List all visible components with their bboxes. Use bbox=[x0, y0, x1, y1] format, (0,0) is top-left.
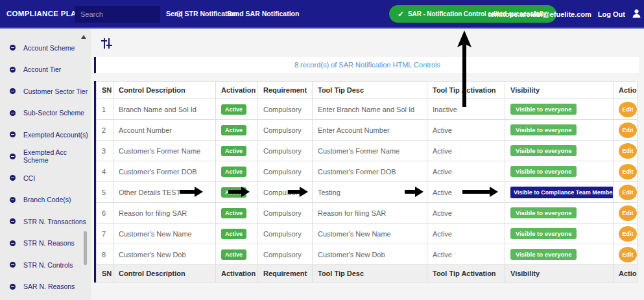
cell-requirement: Compulsory bbox=[258, 224, 313, 244]
table-header-row: SN Control Description Activation Requir… bbox=[97, 82, 638, 99]
table-row: 4 Customer's Former DOB Active Compulsor… bbox=[97, 161, 638, 182]
col-header-sn: SN bbox=[97, 82, 113, 99]
sidebar-item-str-n-transactions[interactable]: STR N. Transactions bbox=[0, 211, 91, 233]
annotation-arrow-up-to-toast bbox=[456, 30, 473, 107]
cell-tool-tip-activation: Active bbox=[427, 141, 505, 161]
table-row: 1 Branch Name and Sol Id Active Compulso… bbox=[97, 99, 638, 120]
cell-tool-tip-desc: Enter Branch Name and Sol Id bbox=[313, 99, 427, 120]
edit-button[interactable]: Edit bbox=[619, 143, 637, 159]
search-box[interactable] bbox=[75, 6, 160, 23]
sidebar-scroll-up-icon[interactable] bbox=[81, 35, 86, 39]
edit-button[interactable]: Edit bbox=[619, 205, 637, 221]
sidebar-item-label: STR N. Controls bbox=[23, 261, 73, 269]
edit-button[interactable]: Edit bbox=[619, 226, 637, 242]
logout-link[interactable]: Log Out bbox=[598, 10, 625, 18]
table-row: 2 Account Number Active Compulsory Enter… bbox=[97, 120, 638, 141]
cell-tool-tip-desc: Customer's New Name bbox=[313, 224, 427, 244]
col-footer-sn: SN bbox=[97, 265, 113, 283]
col-footer-requirement: Requirement bbox=[258, 265, 313, 283]
cell-sn: 1 bbox=[97, 99, 113, 120]
cell-activation: Active bbox=[216, 224, 258, 244]
menu-bullet-icon bbox=[10, 262, 16, 268]
menu-bullet-icon bbox=[10, 45, 16, 51]
col-footer-tool-tip-desc: Tool Tip Desc bbox=[313, 265, 427, 283]
cell-sn: 7 bbox=[97, 224, 113, 244]
menu-bullet-icon bbox=[10, 240, 16, 246]
cell-requirement: Compulsory bbox=[258, 203, 313, 224]
edit-button[interactable]: Edit bbox=[619, 102, 637, 117]
cell-requirement: Compulsory bbox=[258, 244, 313, 265]
cell-activation: Active bbox=[216, 244, 258, 265]
record-count-text: 8 record(s) of SAR Notification HTML Con… bbox=[294, 61, 440, 69]
visibility-badge: Visible to everyone bbox=[510, 207, 577, 218]
edit-button[interactable]: Edit bbox=[619, 122, 637, 138]
sidebar-item-label: Customer Sector Tier bbox=[23, 87, 88, 95]
user-icon[interactable] bbox=[632, 8, 641, 21]
cell-requirement: Compulsory bbox=[258, 161, 313, 182]
cell-tool-tip-activation: Active bbox=[427, 120, 505, 141]
sidebar-item-label: Account Scheme bbox=[23, 44, 75, 52]
sidebar-item-branch-codes[interactable]: Branch Code(s) bbox=[0, 189, 91, 211]
cell-action: Edit bbox=[614, 161, 638, 182]
cell-sn: 2 bbox=[97, 120, 113, 141]
table-footer-header-row: SN Control Description Activation Requir… bbox=[97, 265, 638, 283]
table-row-highlighted: 5 Other Details TEST Active Compulsory T… bbox=[97, 182, 638, 203]
cell-tool-tip-activation: Active bbox=[427, 203, 505, 224]
search-input[interactable] bbox=[75, 10, 175, 18]
cell-visibility: Visible to everyone bbox=[505, 244, 614, 265]
cell-sn: 4 bbox=[97, 161, 113, 182]
check-icon: ✓ bbox=[398, 10, 404, 19]
col-header-requirement: Requirement bbox=[258, 82, 313, 99]
cell-tool-tip-desc: Enter Account Number bbox=[313, 120, 427, 141]
sidebar-item-exempted-accounts[interactable]: Exempted Account(s) bbox=[0, 124, 91, 146]
sidebar-item-exempted-acc-scheme[interactable]: Exempted Acc Scheme bbox=[0, 146, 91, 168]
cell-action: Edit bbox=[614, 141, 638, 161]
activation-badge: Active bbox=[221, 167, 246, 177]
annotation-arrow-right-3 bbox=[288, 187, 308, 197]
cell-visibility: Visible to Compliance Team Members bbox=[505, 182, 614, 203]
sidebar-item-str-n-controls[interactable]: STR N. Controls bbox=[0, 254, 91, 276]
visibility-badge: Visible to Compliance Team Members bbox=[510, 187, 614, 198]
menu-bullet-icon bbox=[10, 175, 16, 181]
sidebar-item-cci[interactable]: CCI bbox=[0, 167, 91, 189]
sidebar-item-label: Exempted Account(s) bbox=[23, 131, 88, 139]
table-row: 7 Customer's New Name Active Compulsory … bbox=[97, 224, 638, 244]
sidebar-item-sar-n-reasons[interactable]: SAR N. Reasons bbox=[0, 276, 91, 298]
sidebar-item-label: Branch Code(s) bbox=[23, 196, 71, 203]
activation-badge: Active bbox=[221, 249, 246, 260]
filter-columns-button[interactable] bbox=[99, 37, 114, 51]
edit-button[interactable]: Edit bbox=[619, 164, 637, 179]
cell-control-description: Customer's New Dob bbox=[113, 244, 216, 265]
sidebar-nav: Account Scheme Account Tier Customer Sec… bbox=[0, 29, 91, 300]
sidebar-item-str-n-reasons[interactable]: STR N. Reasons bbox=[0, 233, 91, 255]
table-row: 6 Reason for filing SAR Active Compulsor… bbox=[97, 203, 638, 224]
sidebar-item-sub-sector-scheme[interactable]: Sub-Sector Scheme bbox=[0, 102, 91, 124]
edit-button[interactable]: Edit bbox=[619, 247, 637, 262]
cell-sn: 6 bbox=[97, 203, 113, 224]
cell-requirement: Compulsory bbox=[258, 141, 313, 161]
sidebar-item-account-tier[interactable]: Account Tier bbox=[0, 59, 91, 81]
controls-table: SN Control Description Activation Requir… bbox=[94, 81, 637, 283]
cell-activation: Active bbox=[216, 120, 258, 141]
cell-tool-tip-desc: Customer's Former DOB bbox=[313, 161, 427, 182]
menu-bullet-icon bbox=[10, 284, 16, 290]
cell-requirement: Compulsory bbox=[258, 120, 313, 141]
sidebar-scrollbar-thumb[interactable] bbox=[84, 231, 87, 265]
send-sar-notification-link[interactable]: Send SAR Notification bbox=[227, 10, 299, 17]
edit-button[interactable]: Edit bbox=[619, 185, 637, 200]
sidebar-item-label: STR N. Transactions bbox=[23, 218, 86, 225]
sidebar-item-label: SAR N. Reasons bbox=[23, 283, 75, 290]
cell-visibility: Visible to everyone bbox=[505, 203, 614, 224]
sidebar-item-label: Exempted Acc Scheme bbox=[23, 148, 91, 164]
tune-filter-icon bbox=[101, 38, 113, 49]
visibility-badge: Visible to everyone bbox=[510, 249, 577, 260]
menu-bullet-icon bbox=[10, 132, 16, 137]
sidebar-item-customer-sector-tier[interactable]: Customer Sector Tier bbox=[0, 80, 91, 102]
menu-bullet-icon bbox=[10, 67, 16, 73]
top-navbar: COMPLIANCE PLANET Send STR Notification … bbox=[0, 0, 644, 29]
cell-visibility: Visible to everyone bbox=[505, 99, 614, 120]
sidebar-item-account-scheme[interactable]: Account Scheme bbox=[0, 37, 91, 59]
cell-action: Edit bbox=[614, 224, 638, 244]
table-row: 3 Customer's Former Name Active Compulso… bbox=[97, 141, 638, 161]
col-header-action: Action bbox=[614, 82, 638, 99]
